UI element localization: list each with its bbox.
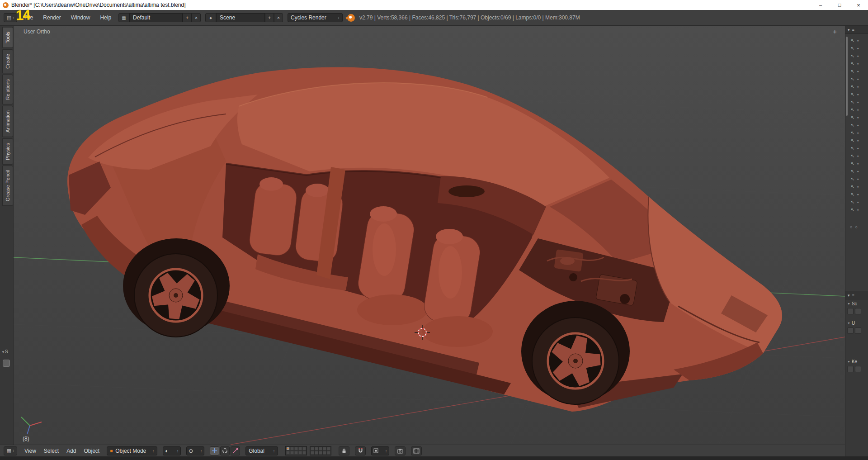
rotate-manipulator-button[interactable] (220, 446, 230, 455)
outliner-row[interactable]: ↖ ● (851, 198, 859, 206)
toolshelf-tab[interactable]: Physics (2, 138, 13, 165)
add-scene-button[interactable]: + (265, 13, 274, 22)
editor-type-button[interactable]: ▤ ↕ (4, 13, 17, 22)
minimize-button[interactable]: – (811, 0, 830, 10)
menu-item[interactable]: View (24, 448, 36, 454)
add-layout-button[interactable]: + (183, 13, 192, 22)
outliner-row[interactable]: ↖ ● (851, 114, 859, 121)
menu-item[interactable]: Object (84, 448, 100, 454)
layer-toggle[interactable] (286, 447, 290, 451)
outliner-row[interactable]: ↖ ● (851, 37, 859, 44)
outliner-row[interactable]: ↖ ● (851, 183, 859, 190)
outliner-scrollbar[interactable] (846, 37, 848, 116)
close-button[interactable]: × (849, 0, 868, 10)
restrict-select-icon: ↖ (851, 38, 854, 43)
layer-toggle[interactable] (294, 447, 298, 451)
mode-dropdown[interactable]: ■ Object Mode ↕ (107, 446, 157, 455)
scale-manipulator-button[interactable] (231, 446, 240, 455)
outliner-header[interactable]: ▾ ≡ (845, 26, 868, 34)
layer-toggle[interactable] (315, 447, 318, 451)
scene-icon[interactable]: ● (205, 13, 216, 22)
sidebar-expand-icon[interactable]: + (833, 28, 837, 35)
outliner-row[interactable]: ↖ ● (851, 206, 859, 213)
layer-toggle[interactable] (323, 447, 326, 451)
layout-name-field[interactable]: Default (129, 13, 183, 22)
outliner-row[interactable]: ↖ ● (851, 152, 859, 160)
delete-layout-button[interactable]: × (192, 13, 201, 22)
translate-manipulator-button[interactable] (210, 446, 219, 455)
outliner-row[interactable]: ↖ ● (851, 160, 859, 167)
delete-scene-button[interactable]: × (274, 13, 283, 22)
layer-toggle[interactable] (298, 447, 302, 451)
layer-toggle[interactable] (302, 451, 306, 455)
properties-header[interactable]: ▾ ≡ (845, 291, 868, 299)
menu-item[interactable]: Render (43, 14, 61, 21)
toolshelf-tab[interactable]: Grease Pencil (2, 166, 13, 206)
maximize-button[interactable]: □ (830, 0, 849, 10)
layer-toggle[interactable] (323, 451, 326, 455)
layer-toggle[interactable] (290, 451, 294, 455)
outliner-row[interactable]: ↖ ● (851, 75, 859, 83)
layer-toggle[interactable] (315, 451, 318, 455)
collapsed-panel-header[interactable]: ▼S (1, 349, 8, 354)
pivot-dropdown[interactable]: ⊙ ↕ (186, 446, 204, 455)
panel-icon-button[interactable] (847, 327, 854, 334)
outliner-row[interactable]: ↖ ● (851, 106, 859, 114)
properties-panel[interactable]: ▼ U (845, 319, 868, 334)
layer-toggle[interactable] (327, 451, 330, 455)
shading-dropdown[interactable]: ◐ ↕ (163, 446, 181, 455)
outliner-filter-row[interactable]: ○ ○ (850, 225, 858, 229)
menu-item[interactable]: Select (44, 448, 59, 454)
outliner-row[interactable]: ↖ ● (851, 175, 859, 183)
outliner-row[interactable]: ↖ ● (851, 98, 859, 106)
outliner-row[interactable]: ↖ ● (851, 190, 859, 198)
outliner-row[interactable]: ↖ ● (851, 67, 859, 75)
layer-toggle[interactable] (298, 451, 302, 455)
layout-icon[interactable]: ▦ (118, 13, 129, 22)
snap-element-dropdown[interactable]: ↕ (371, 446, 389, 455)
scene-name-field[interactable]: Scene (216, 13, 265, 22)
toolshelf-tab[interactable]: Tools (2, 27, 13, 48)
outliner-row[interactable]: ↖ ● (851, 167, 859, 175)
panel-icon-button[interactable] (855, 327, 861, 334)
layer-toggle[interactable] (302, 447, 306, 451)
layer-toggle[interactable] (319, 447, 322, 451)
orientation-dropdown[interactable]: Global ↕ (245, 446, 278, 455)
layer-toggle[interactable] (290, 447, 294, 451)
layer-toggle[interactable] (311, 451, 314, 455)
opengl-render-anim-button[interactable] (411, 446, 422, 455)
layer-toggle[interactable] (294, 451, 298, 455)
panel-icon-button[interactable] (855, 366, 861, 372)
editor-type-button[interactable]: ▦ ↕ (4, 446, 17, 455)
outliner-row[interactable]: ↖ ● (851, 90, 859, 98)
operator-redo-button[interactable] (3, 360, 10, 367)
outliner-row[interactable]: ↖ ● (851, 137, 859, 144)
outliner-row[interactable]: ↖ ● (851, 83, 859, 90)
outliner-row[interactable]: ↖ ● (851, 60, 859, 67)
outliner-row[interactable]: ↖ ● (851, 129, 859, 137)
outliner-row[interactable]: ↖ ● (851, 44, 859, 52)
layer-toggle[interactable] (327, 447, 330, 451)
properties-panel[interactable]: ▼ Ke (845, 357, 868, 372)
snap-toggle-button[interactable] (355, 446, 366, 455)
panel-icon-button[interactable] (847, 366, 854, 372)
lock-to-scene-button[interactable] (339, 446, 349, 455)
panel-icon-button[interactable] (855, 308, 861, 314)
toolshelf-tab[interactable]: Create (2, 49, 13, 73)
properties-panel[interactable]: ▼ Sc (845, 299, 868, 314)
viewport-3d[interactable]: User Ortho (8) + (14, 26, 845, 445)
layer-toggle[interactable] (319, 451, 322, 455)
menu-item[interactable]: Help (100, 14, 111, 21)
outliner-row[interactable]: ↖ ● (851, 121, 859, 129)
toolshelf-tab[interactable]: Animation (2, 106, 13, 137)
menu-item[interactable]: Add (66, 448, 76, 454)
render-engine-dropdown[interactable]: Cycles Render ↕ (288, 13, 343, 22)
layer-toggle[interactable] (286, 451, 290, 455)
panel-icon-button[interactable] (847, 308, 854, 314)
outliner-row[interactable]: ↖ ● (851, 52, 859, 60)
toolshelf-tab[interactable]: Relations (2, 75, 13, 104)
opengl-render-image-button[interactable] (395, 446, 406, 455)
outliner-row[interactable]: ↖ ● (851, 144, 859, 152)
layer-toggle[interactable] (311, 447, 314, 451)
menu-item[interactable]: Window (71, 14, 90, 21)
